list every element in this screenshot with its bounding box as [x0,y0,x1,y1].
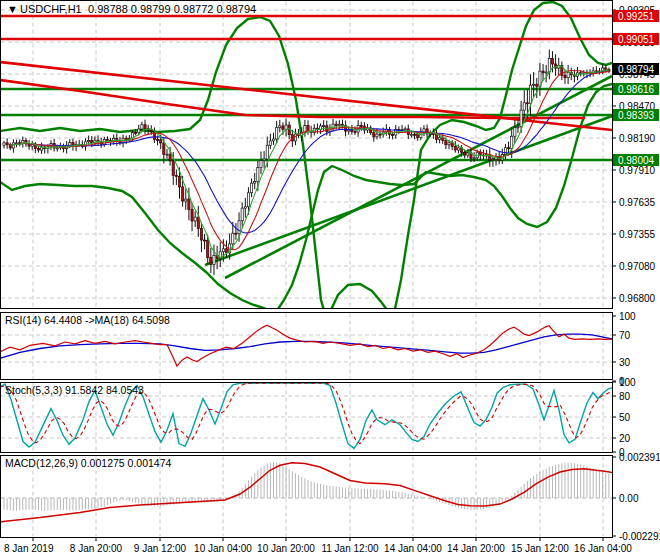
candle-body-bear [150,130,152,131]
candle-body-bear [200,228,202,240]
candle-body-bear [360,125,362,126]
candle-body-bull [260,161,262,168]
indicator-scale-label: 100 [619,377,636,388]
candle-body-bear [135,133,137,134]
price-scale-label: 0.97910 [619,165,656,176]
candle-body-bear [106,140,108,141]
price-badge-label: 0.98004 [618,155,655,166]
candle-body-bear [178,176,180,187]
candle-body-bear [417,135,419,138]
candle-body-bear [464,152,466,155]
candle-body-bull [3,143,5,145]
candle-body-bull [376,134,378,137]
main-panel-border [1,1,613,309]
candle-body-bear [392,134,394,135]
candle-body-bear [526,103,528,104]
indicator-scale-label: 20 [619,433,631,444]
candle-body-bull [448,143,450,145]
candle-body-bear [379,134,381,135]
price-scale-label: 0.97635 [619,197,656,208]
candle-body-bull [222,249,224,252]
rsi-line [0,325,612,366]
candle-body-bull [457,148,459,150]
candle-body-bear [175,175,177,176]
candle-body-bull [404,129,406,130]
time-axis-label: 14 Jan 04:00 [384,543,442,554]
indicator-scale-label: 100 [619,311,636,322]
candle-body-bull [269,141,271,145]
indicator-scale-label: 50 [619,412,631,423]
price-scale-label: 0.97080 [619,261,656,272]
candle-body-bear [160,140,162,143]
time-axis-label: 9 Jan 12:00 [134,543,187,554]
price-scale-label: 0.97355 [619,229,656,240]
chart-window: 0.993050.990250.987450.984700.981900.979… [0,0,660,560]
candle-body-bull [567,72,569,77]
bollinger-band-curve [329,284,390,314]
candle-body-bear [37,148,39,150]
candle-body-bull [529,85,531,103]
candle-body-bull [439,138,441,140]
candle-body-bear [6,143,8,145]
candle-body-bull [467,153,469,155]
time-axis-label: 8 Jan 20:00 [70,543,123,554]
candle-body-bear [207,240,209,257]
candle-body-bull [141,125,143,129]
candle-body-bear [197,217,199,228]
candle-body-bear [169,154,171,161]
price-badge-label: 0.98393 [618,110,655,121]
indicator-scale-label: 30 [619,357,631,368]
indicator-scale-label: -0.002291 [619,531,660,542]
candle-body-bear [182,187,184,201]
candle-body-bear [125,138,127,140]
candle-body-bear [373,133,375,137]
candle-body-bear [454,146,456,150]
candle-body-bull [56,148,58,149]
candle-body-bull [166,154,168,155]
candle-body-bull [257,167,259,181]
candle-body-bull [504,148,506,155]
candle-body-bull [22,140,24,143]
candle-body-bear [551,58,553,64]
candle-body-bull [12,143,14,148]
candle-body-bear [153,131,155,139]
candle-body-bear [188,199,190,209]
candle-body-bull [492,159,494,160]
candle-body-bear [536,84,538,86]
candle-body-bull [247,193,249,207]
candle-body-bull [520,110,522,127]
candle-body-bear [605,68,607,69]
candle-body-bear [163,143,165,155]
price-badge-label: 0.99251 [618,11,655,22]
candle-body-bear [413,134,415,135]
time-axis-label: 15 Jan 12:00 [511,543,569,554]
time-axis-label: 14 Jan 20:00 [447,543,505,554]
candle-body-bull [69,143,71,146]
candle-body-bull [266,145,268,159]
candle-body-bear [307,126,309,132]
candle-body-bull [263,159,265,161]
candle-body-bear [507,148,509,149]
rsi-indicator-label: RSI(14) 64.4408 ->MA(18) 64.5098 [5,314,170,326]
candle-body-bull [473,158,475,159]
candle-body-bear [335,124,337,125]
macd-indicator-label: MACD(12,26,9) 0.001275 0.001474 [5,457,172,469]
candle-body-bull [338,124,340,125]
symbol-dropdown-icon[interactable]: ▼ [7,3,18,15]
indicator-plot [0,462,612,522]
candle-body-bull [138,129,140,133]
chart-canvas[interactable]: 0.993050.990250.987450.984700.981900.979… [0,0,660,560]
candle-body-bear [172,161,174,176]
time-axis-label: 16 Jan 04:00 [574,543,632,554]
main-panel-plot [0,2,612,314]
candle-body-bull [88,140,90,141]
candle-body-bull [279,126,281,128]
candle-body-bear [435,135,437,140]
candle-body-bull [250,183,252,193]
candle-body-bull [517,127,519,128]
candle-body-bull [238,221,240,234]
candle-body-bear [564,75,566,77]
rsi-ma-line [0,334,612,358]
time-axis-label: 11 Jan 12:00 [321,543,379,554]
candle-body-bull [194,217,196,221]
